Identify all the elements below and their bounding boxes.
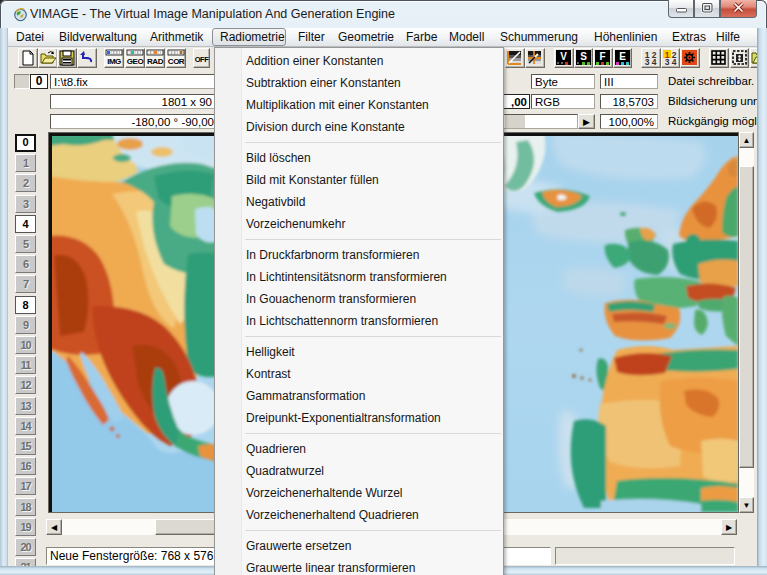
svg-text:IMG: IMG — [107, 57, 121, 66]
svg-text:E: E — [619, 51, 626, 62]
svg-text:RAD: RAD — [147, 57, 164, 66]
svg-text:3: 3 — [645, 57, 650, 67]
svg-text:4: 4 — [652, 57, 657, 67]
svg-text:GEO: GEO — [126, 57, 143, 66]
svg-text:S: S — [580, 51, 587, 62]
svg-text:V: V — [560, 51, 567, 62]
svg-text:3: 3 — [664, 57, 669, 67]
svg-text:COR: COR — [167, 57, 184, 66]
svg-text:OFF: OFF — [194, 55, 208, 64]
svg-text:F: F — [599, 51, 605, 62]
svg-text:4: 4 — [671, 57, 676, 67]
